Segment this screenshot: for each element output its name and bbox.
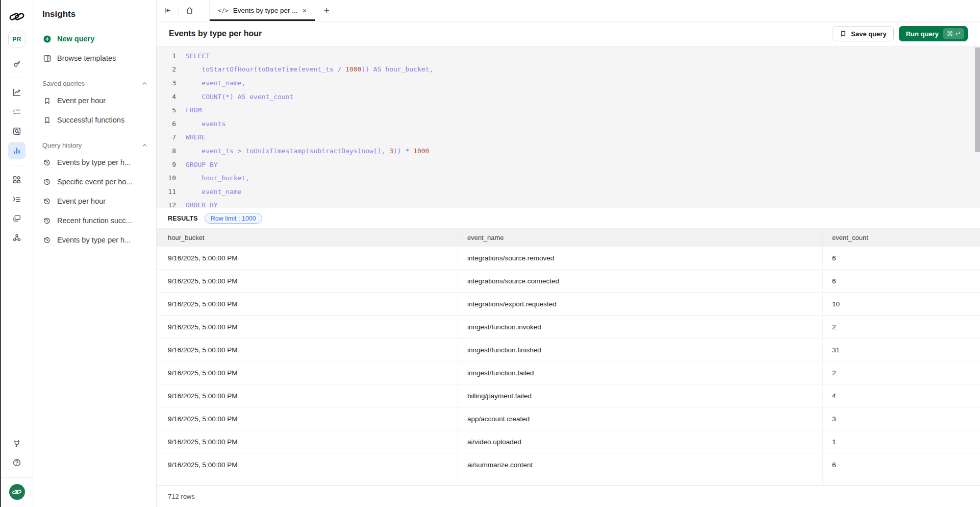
results-label: RESULTS — [168, 215, 198, 222]
cmd-key-icon: ⌘ — [947, 30, 953, 37]
terminal-icon[interactable] — [8, 190, 26, 208]
workspace-badge-pr[interactable]: PR — [8, 31, 26, 47]
line-number: 6 — [167, 120, 176, 128]
line-number: 4 — [167, 93, 176, 101]
history-query-item[interactable]: Events by type per h... — [42, 234, 149, 246]
cell-hour-bucket: 9/16/2025, 5:00:00 PM — [157, 339, 458, 361]
results-table-header: hour_bucket event_name event_count — [157, 228, 980, 247]
code-line: 9 GROUP BY — [167, 158, 970, 172]
tab-label: Events by type per ... — [233, 7, 298, 14]
editor-scrollbar[interactable] — [975, 47, 980, 152]
query-history-section-header[interactable]: Query history — [42, 140, 149, 150]
run-query-button[interactable]: Run query ⌘ ↵ — [899, 26, 968, 41]
tab-events-by-type[interactable]: </> Events by type per ... × — [209, 0, 315, 21]
saved-query-item[interactable]: Successful functions — [42, 114, 149, 126]
code-text: event_name, — [186, 79, 245, 87]
bookmark-icon — [42, 115, 52, 125]
new-tab-icon[interactable]: + — [315, 0, 338, 21]
apps-grid-icon[interactable] — [8, 171, 26, 188]
line-chart-icon[interactable] — [8, 84, 26, 101]
save-query-button[interactable]: Save query — [833, 26, 893, 41]
code-line: 5 FROM — [167, 103, 970, 117]
save-query-label: Save query — [851, 30, 886, 38]
cell-hour-bucket: 9/16/2025, 5:00:00 PM — [157, 407, 458, 430]
line-number: 12 — [167, 201, 176, 208]
code-text: COUNT(*) AS event_count — [186, 93, 293, 101]
cell-event-name: inngest/function.finished — [458, 339, 822, 361]
cell-event-count: 31 — [822, 339, 980, 361]
line-number: 11 — [167, 188, 176, 196]
table-row: 9/16/2025, 5:00:00 PM app/account.create… — [157, 407, 980, 430]
plug-icon[interactable] — [8, 434, 26, 452]
code-text: FROM — [186, 106, 202, 114]
keyboard-shortcut-badge: ⌘ ↵ — [943, 28, 964, 39]
table-row: 9/16/2025, 5:00:00 PM billing/payment.fa… — [157, 384, 980, 407]
section-label: Saved queries — [42, 80, 85, 87]
home-icon[interactable] — [179, 0, 200, 21]
browse-templates-button[interactable]: Browse templates — [42, 52, 149, 64]
close-tab-icon[interactable]: × — [303, 7, 307, 14]
code-text: events — [186, 120, 225, 128]
sql-editor[interactable]: 1 SELECT 2 toStartOfHour(toDateTime(even… — [157, 46, 980, 208]
line-number: 10 — [167, 174, 176, 182]
cell-event-name: billing/payment.failed — [458, 384, 822, 407]
cell-hour-bucket: 9/16/2025, 5:00:00 PM — [157, 316, 458, 338]
enter-key-icon: ↵ — [956, 30, 961, 37]
run-query-label: Run query — [906, 30, 939, 38]
line-number: 8 — [167, 147, 176, 155]
code-line: 1 SELECT — [167, 49, 970, 63]
cell-event-count: 2 — [822, 361, 980, 384]
code-text: event_name — [186, 188, 242, 196]
cell-hour-bucket: 9/16/2025, 5:00:00 PM — [157, 384, 458, 407]
cell-event-name: inngest/function.failed — [458, 361, 822, 384]
row-limit-badge[interactable]: Row limit : 1000 — [205, 213, 262, 224]
history-query-item[interactable]: Events by type per h... — [42, 156, 149, 168]
cell-hour-bucket: 9/16/2025, 5:00:00 PM — [157, 247, 458, 269]
saved-queries-section-header[interactable]: Saved queries — [42, 79, 149, 88]
cell-event-count: 10 — [822, 293, 980, 315]
history-icon — [42, 235, 52, 245]
history-query-item[interactable]: Specific event per ho... — [42, 176, 149, 188]
help-icon[interactable] — [8, 454, 26, 471]
rail-divider — [1, 477, 33, 478]
history-icon — [42, 158, 52, 167]
history-query-item[interactable]: Event per hour — [42, 195, 149, 207]
cell-event-name: ai/summarize.content — [458, 453, 822, 476]
history-query-label: Event per hour — [57, 197, 106, 205]
line-number: 2 — [167, 65, 176, 73]
cell-event-name: integrations/export.requested — [458, 293, 822, 315]
code-text: SELECT — [186, 52, 210, 60]
saved-query-label: Successful functions — [57, 116, 124, 124]
rail-divider — [11, 165, 23, 165]
doc-search-icon[interactable] — [8, 123, 26, 140]
history-query-item[interactable]: Recent function succ... — [42, 214, 149, 227]
saved-query-item[interactable]: Event per hour — [42, 94, 149, 107]
new-query-button[interactable]: New query — [42, 33, 149, 45]
table-row: 9/16/2025, 5:00:00 PM integrations/expor… — [157, 293, 980, 316]
share-nodes-icon[interactable] — [8, 229, 26, 247]
cell-event-count: 3 — [822, 407, 980, 430]
bookmark-icon — [840, 30, 847, 37]
code-text: WHERE — [186, 133, 206, 141]
query-title: Events by type per hour — [169, 29, 262, 38]
windows-copy-icon[interactable] — [8, 210, 26, 227]
table-row: 9/16/2025, 5:00:00 PM ai/video.uploaded … — [157, 430, 980, 453]
table-row-partial — [157, 476, 980, 485]
code-line: 4 COUNT(*) AS event_count — [167, 90, 970, 104]
inngest-avatar[interactable] — [9, 484, 25, 500]
table-row: 9/16/2025, 5:00:00 PM integrations/sourc… — [157, 247, 980, 270]
history-icon — [42, 197, 52, 206]
insights-bar-chart-icon[interactable] — [8, 142, 26, 159]
line-number: 3 — [167, 79, 176, 87]
cell-hour-bucket: 9/16/2025, 5:00:00 PM — [157, 293, 458, 315]
results-table-body: 9/16/2025, 5:00:00 PM integrations/sourc… — [157, 247, 980, 485]
cell-event-count: 2 — [822, 316, 980, 338]
collapse-sidebar-icon[interactable] — [157, 0, 178, 21]
rail-divider — [11, 78, 23, 78]
column-header-event-name: event_name — [458, 228, 822, 247]
steps-list-icon[interactable] — [8, 103, 26, 120]
table-row: 9/16/2025, 5:00:00 PM ai/summarize.conte… — [157, 453, 980, 476]
app-window: PR — [0, 0, 980, 507]
query-header: Events by type per hour Save query Run q… — [157, 21, 980, 46]
key-icon[interactable] — [8, 55, 26, 72]
